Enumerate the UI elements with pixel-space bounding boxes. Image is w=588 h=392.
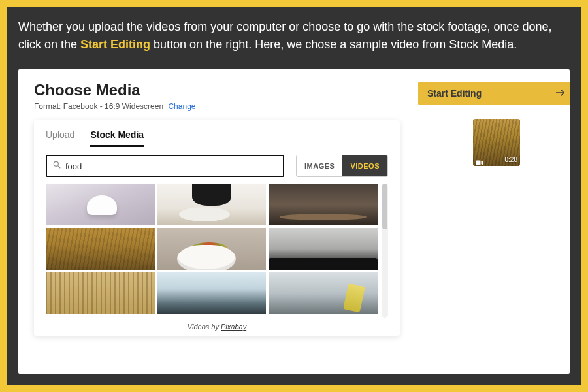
instruction-part2: button on the right. Here, we chose a sa… xyxy=(150,38,517,51)
toggle-videos[interactable]: VIDEOS xyxy=(342,155,387,176)
toggle-images[interactable]: IMAGES xyxy=(297,155,342,176)
instruction-text: Whether you upload the videos from your … xyxy=(18,18,567,54)
search-input[interactable] xyxy=(65,161,278,171)
result-thumb[interactable] xyxy=(269,228,378,270)
format-label: Format: xyxy=(34,102,61,111)
result-thumb[interactable] xyxy=(46,272,155,314)
attribution-prefix: Videos by xyxy=(188,323,221,331)
result-thumb[interactable] xyxy=(46,184,155,225)
svg-marker-4 xyxy=(482,161,483,165)
format-value: Facebook - 16:9 Widescreen xyxy=(63,102,163,111)
start-editing-button[interactable]: Start Editing xyxy=(418,82,570,105)
svg-point-0 xyxy=(54,161,58,166)
scrollbar-thumb[interactable] xyxy=(382,184,387,229)
start-editing-label: Start Editing xyxy=(427,88,482,99)
search-field-wrap[interactable] xyxy=(46,155,284,177)
media-tabs: Upload Stock Media xyxy=(46,129,388,147)
results-scrollbar[interactable] xyxy=(382,184,388,318)
result-thumb[interactable] xyxy=(157,272,267,314)
result-thumb[interactable] xyxy=(269,184,378,225)
format-line: Format: Facebook - 16:9 Widescreen Chang… xyxy=(34,102,400,111)
tab-upload[interactable]: Upload xyxy=(46,129,74,147)
media-picker-card: Upload Stock Media IMAGES VIDEOS xyxy=(34,120,400,336)
tab-stock-media[interactable]: Stock Media xyxy=(90,129,144,147)
selected-duration: 0:28 xyxy=(505,156,517,163)
attribution-source-link[interactable]: Pixabay xyxy=(221,323,246,331)
results-grid xyxy=(46,184,378,314)
result-thumb[interactable] xyxy=(269,272,378,314)
video-icon xyxy=(476,157,483,163)
arrow-right-icon xyxy=(554,87,566,101)
selected-media-thumb[interactable]: 0:28 xyxy=(473,119,520,166)
result-thumb[interactable] xyxy=(157,184,267,225)
app-panel: Choose Media Format: Facebook - 16:9 Wid… xyxy=(18,69,570,374)
svg-rect-3 xyxy=(476,161,481,165)
search-icon xyxy=(52,160,61,172)
result-thumb[interactable] xyxy=(46,228,155,270)
svg-line-1 xyxy=(58,166,61,169)
change-format-link[interactable]: Change xyxy=(168,102,195,111)
result-thumb[interactable] xyxy=(157,228,267,270)
instruction-highlight: Start Editing xyxy=(80,38,150,51)
attribution-line: Videos by Pixabay xyxy=(46,318,388,332)
page-title: Choose Media xyxy=(34,81,400,99)
media-type-toggle: IMAGES VIDEOS xyxy=(296,155,388,177)
